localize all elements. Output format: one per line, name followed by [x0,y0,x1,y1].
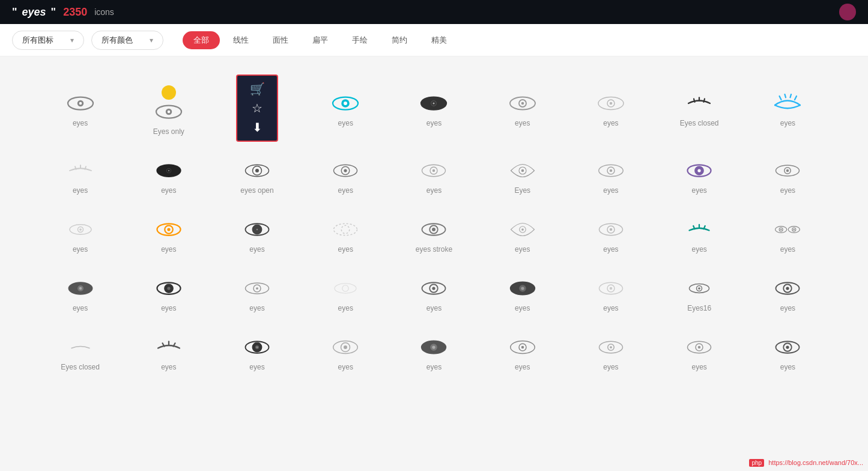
list-item[interactable]: eyes [213,321,301,380]
list-item[interactable]: eyes [478,203,566,262]
svg-line-27 [795,96,797,100]
list-item[interactable]: eyes [566,262,655,321]
list-item[interactable]: eyes [36,262,124,321]
list-item[interactable]: eyes [124,144,213,203]
list-item[interactable]: eyes [36,203,124,262]
svg-point-120 [432,345,436,348]
icon-label: eyes [338,363,353,371]
list-item[interactable]: eyes [36,144,124,203]
icon-label: eyes [249,245,264,254]
star-icon[interactable]: ☆ [252,101,263,115]
svg-point-64 [342,225,350,234]
list-item[interactable]: eyes [302,68,390,144]
cart-icon[interactable]: 🛒 [250,82,265,96]
list-item[interactable]: eyes [213,262,301,321]
list-item[interactable]: eyes [655,144,744,203]
svg-point-36 [255,169,259,172]
list-item[interactable]: eyes [124,203,213,262]
list-item[interactable]: eyes [124,321,213,380]
icon-label: eyes [249,363,264,371]
icon-label: eyes [73,186,88,195]
icon-label: eyes [73,304,88,312]
list-item[interactable]: eyes [744,321,832,380]
svg-point-101 [610,287,613,290]
list-item[interactable]: eyes [566,203,655,262]
list-item[interactable]: eyes [302,203,390,262]
icon-label: eyes [338,186,353,195]
icon-label: Eyes only [153,127,184,136]
filter-refined[interactable]: 精美 [420,31,458,49]
list-item[interactable]: eyes [302,262,390,321]
list-item[interactable]: eyes [478,68,566,144]
list-item[interactable]: eyes [302,321,390,380]
icon-label: eyes [338,119,353,127]
color-select[interactable]: 所有颜色 ▾ [91,31,163,50]
list-item[interactable]: eyes [744,144,832,203]
icon-label: eyes [515,119,530,127]
list-item[interactable]: eyes [390,144,478,203]
svg-point-132 [786,345,789,348]
list-item[interactable]: eyes [744,262,832,321]
filter-simple[interactable]: 简约 [381,31,418,49]
filter-surface[interactable]: 面性 [262,31,299,49]
filter-flat[interactable]: 扁平 [302,31,339,49]
list-item[interactable]: eyes [655,203,744,262]
download-icon[interactable]: ⬇ [252,120,263,135]
svg-point-107 [786,287,789,290]
svg-point-59 [167,228,170,231]
list-item[interactable]: Eyes16 [655,262,744,321]
list-item[interactable]: eyes [478,262,566,321]
icon-label: eyes open [240,186,273,195]
list-item[interactable]: eyes [655,321,744,380]
list-item[interactable]: eyes [213,203,301,262]
list-item[interactable]: eyes [390,68,478,144]
chevron-down-icon: ▾ [70,36,74,44]
icon-type-label: 所有图标 [22,35,53,46]
header-count: 2350 [63,6,87,19]
svg-point-50 [698,169,701,172]
list-item[interactable]: Eyes closed [655,68,744,144]
filter-all[interactable]: 全部 [183,31,220,49]
filter-linear[interactable]: 线性 [222,31,259,49]
header-quote-open: " [12,6,17,19]
svg-point-117 [344,345,347,349]
list-item[interactable]: eyes stroke [390,203,478,262]
svg-point-78 [780,229,782,230]
list-item[interactable]: eyes [566,68,655,144]
list-item[interactable]: eyes [744,68,832,144]
svg-point-72 [610,228,613,231]
svg-line-23 [704,99,705,102]
avatar[interactable] [839,4,856,20]
icon-label: eyes [161,363,176,371]
icon-label: eyes [161,186,176,195]
list-item[interactable]: eyes [390,321,478,380]
list-item[interactable]: eyes [478,321,566,380]
list-item[interactable]: eyes [744,203,832,262]
list-item[interactable]: eyes [124,262,213,321]
svg-point-5 [168,111,171,114]
svg-point-87 [167,287,170,290]
icon-label: eyes stroke [416,245,452,254]
svg-point-90 [256,287,258,290]
svg-line-24 [780,96,782,100]
svg-point-2 [79,102,82,105]
list-item[interactable]: eyes open [213,144,301,203]
list-item[interactable]: eyes [566,144,655,203]
list-item[interactable]: eyes [566,321,655,380]
svg-point-11 [344,102,347,105]
svg-point-39 [344,169,347,172]
list-item[interactable]: 🛒 ☆ ⬇ eyes open [213,68,301,144]
list-item[interactable]: eyes [302,144,390,203]
list-item[interactable]: Eyes [478,144,566,203]
filter-handdrawn[interactable]: 手绘 [341,31,378,49]
icon-label: eyes [426,186,442,195]
svg-point-129 [698,346,701,349]
icon-label: eyes [603,245,618,254]
list-item[interactable]: Eyes only [124,68,213,144]
svg-point-53 [786,169,789,172]
list-item[interactable]: Eyes closed [36,321,124,380]
svg-line-26 [791,94,792,97]
list-item[interactable]: eyes [390,262,478,321]
icon-type-select[interactable]: 所有图标 ▾ [12,31,84,50]
list-item[interactable]: eyes [36,68,124,144]
